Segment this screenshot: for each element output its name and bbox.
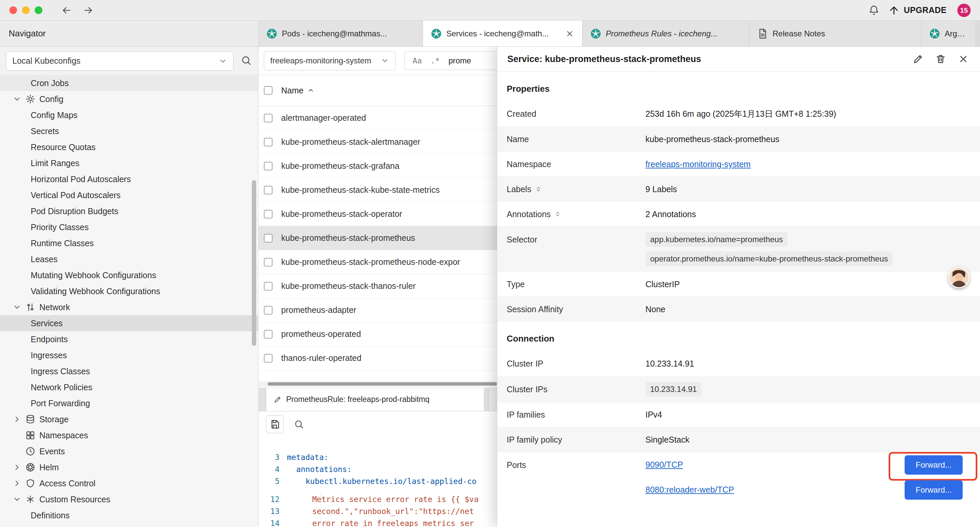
sidebar-item-mutating-webhook-configurations[interactable]: Mutating Webhook Configurations	[0, 267, 258, 283]
sidebar-item-label: Config Maps	[31, 110, 77, 120]
code-text: Metrics service error rate is {{ $va	[287, 493, 479, 505]
namespace-link[interactable]: freeleaps-monitoring-system	[646, 159, 751, 169]
chevron-down-icon[interactable]	[13, 303, 21, 312]
tab-argo-se[interactable]: Argo Se	[921, 21, 976, 46]
sidebar-item-limit-ranges[interactable]: Limit Ranges	[0, 155, 258, 171]
service-name: kube-prometheus-stack-grafana	[281, 161, 399, 171]
service-name: prometheus-operated	[281, 329, 361, 339]
tab-prometheus-rules-icecheng[interactable]: Prometheus Rules - icecheng...	[582, 21, 749, 46]
row-checkbox[interactable]	[264, 162, 272, 170]
chevron-right-icon[interactable]	[13, 463, 21, 471]
edit-button[interactable]	[911, 53, 924, 66]
port-link[interactable]: 9090/TCP	[646, 460, 683, 470]
sidebar-item-priority-classes[interactable]: Priority Classes	[0, 219, 258, 235]
notifications-button[interactable]	[867, 3, 881, 18]
sidebar-item-services[interactable]: Services	[0, 315, 258, 331]
horizontal-scrollbar-thumb[interactable]	[267, 382, 497, 385]
sidebar-item-ingresses[interactable]: Ingresses	[0, 347, 258, 363]
row-checkbox[interactable]	[264, 186, 272, 194]
sidebar-item-leases[interactable]: Leases	[0, 251, 258, 267]
editor-tab-prometheusrule[interactable]: PrometheusRule: freeleaps-prod-rabbitmq	[266, 388, 484, 411]
sidebar-item-definitions[interactable]: Definitions	[0, 507, 258, 523]
forward-button[interactable]	[81, 3, 96, 18]
sidebar-search-button[interactable]	[240, 55, 252, 67]
sort-updown-icon[interactable]	[535, 185, 542, 193]
sidebar-item-access-control[interactable]: Access Control	[0, 475, 258, 491]
row-checkbox[interactable]	[264, 306, 272, 315]
row-checkbox[interactable]	[264, 354, 272, 363]
row-checkbox[interactable]	[264, 138, 272, 146]
sidebar-item-resource-quotas[interactable]: Resource Quotas	[0, 139, 258, 155]
sort-updown-icon[interactable]	[554, 210, 562, 218]
row-checkbox[interactable]	[264, 282, 272, 291]
row-checkbox[interactable]	[264, 330, 272, 339]
sidebar-item-vertical-pod-autoscalers[interactable]: Vertical Pod Autoscalers	[0, 187, 258, 203]
close-panel-button[interactable]	[957, 53, 970, 66]
chevron-right-icon[interactable]	[13, 479, 21, 488]
editor-search-icon[interactable]	[294, 419, 304, 429]
code-text: second.","runbook_url":"https://net	[287, 505, 474, 517]
sidebar-item-storage[interactable]: Storage	[0, 411, 258, 427]
forward-button[interactable]: Forward...	[905, 455, 963, 474]
tab-pods-icecheng-mathmas[interactable]: Pods - icecheng@mathmas...	[259, 21, 423, 46]
sidebar-item-config[interactable]: Config	[0, 91, 258, 107]
row-checkbox[interactable]	[264, 258, 272, 266]
sidebar-item-config-maps[interactable]: Config Maps	[0, 107, 258, 123]
kubeconfig-selector[interactable]: Local Kubeconfigs	[6, 51, 234, 71]
sidebar-item-validating-webhook-configurations[interactable]: Validating Webhook Configurations	[0, 283, 258, 299]
horizontal-scrollbar[interactable]	[259, 381, 497, 387]
sidebar-item-port-forwarding[interactable]: Port Forwarding	[0, 395, 258, 411]
bell-icon	[868, 5, 880, 16]
row-checkbox[interactable]	[264, 210, 272, 218]
sidebar-item-cron-jobs[interactable]: Cron Jobs	[0, 75, 258, 91]
notification-badge[interactable]: 15	[957, 4, 970, 17]
sidebar-item-network[interactable]: Network	[0, 299, 258, 315]
sidebar-item-custom-resources[interactable]: Custom Resources	[0, 491, 258, 507]
row-checkbox[interactable]	[264, 114, 272, 123]
regex-toggle[interactable]: .*	[428, 56, 442, 66]
port-link[interactable]: 8080:reloader-web/TCP	[646, 485, 734, 495]
sidebar-item-helm[interactable]: Helm	[0, 459, 258, 475]
chevron-down-icon[interactable]	[13, 495, 21, 504]
column-header-name[interactable]: Name	[281, 86, 315, 96]
sidebar-item-label: Secrets	[31, 126, 59, 136]
tab-services-icecheng-math[interactable]: Services - icecheng@math...	[423, 21, 582, 46]
chevron-down-icon[interactable]	[13, 95, 21, 103]
sidebar-item-horizontal-pod-autoscalers[interactable]: Horizontal Pod Autoscalers	[0, 171, 258, 187]
sidebar-item-endpoints[interactable]: Endpoints	[0, 331, 258, 347]
row-checkbox[interactable]	[264, 234, 272, 242]
service-name: kube-prometheus-stack-thanos-ruler	[281, 281, 415, 291]
tab-release-notes[interactable]: Release Notes	[749, 21, 921, 46]
sidebar-item-pod-disruption-budgets[interactable]: Pod Disruption Budgets	[0, 203, 258, 219]
sidebar-item-secrets[interactable]: Secrets	[0, 123, 258, 139]
sidebar-scrollbar[interactable]	[252, 180, 256, 346]
chevron-right-icon[interactable]	[13, 415, 21, 424]
minimize-window-button[interactable]	[22, 6, 30, 14]
navigator-sidebar: Local Kubeconfigs Cron JobsConfigConfig …	[0, 47, 259, 527]
sidebar-item-runtime-classes[interactable]: Runtime Classes	[0, 235, 258, 251]
property-row-annotations: Annotations2 Annotations	[497, 201, 980, 226]
forward-button[interactable]: Forward...	[905, 480, 963, 500]
delete-button[interactable]	[934, 53, 947, 66]
sidebar-item-ingress-classes[interactable]: Ingress Classes	[0, 363, 258, 379]
save-button[interactable]	[266, 415, 284, 433]
property-label: Cluster IP	[497, 359, 646, 369]
select-all-checkbox[interactable]	[264, 86, 272, 95]
match-case-toggle[interactable]: Aa	[410, 56, 425, 66]
sidebar-item-network-policies[interactable]: Network Policies	[0, 379, 258, 395]
property-row-created: Created253d 16h 6m ago (2025年1月13日 GMT+8…	[497, 101, 980, 126]
app-window: UPGRADE 15 Navigator Pods - icecheng@mat…	[0, 0, 980, 527]
namespace-selector[interactable]: freeleaps-monitoring-system	[264, 51, 396, 70]
sidebar-item-events[interactable]: Events	[0, 443, 258, 459]
property-label-text: Type	[507, 280, 525, 289]
back-button[interactable]	[59, 3, 74, 18]
user-avatar[interactable]	[948, 267, 970, 288]
upgrade-button[interactable]: UPGRADE	[888, 5, 947, 16]
code-segment: metadata:	[287, 453, 329, 462]
sidebar-item-namespaces[interactable]: Namespaces	[0, 427, 258, 443]
close-icon[interactable]	[565, 29, 574, 38]
section-heading: Connection	[507, 334, 980, 344]
maximize-window-button[interactable]	[35, 6, 42, 14]
close-window-button[interactable]	[10, 6, 17, 14]
code-segment: second.","runbook_url":"https://net	[312, 507, 474, 516]
